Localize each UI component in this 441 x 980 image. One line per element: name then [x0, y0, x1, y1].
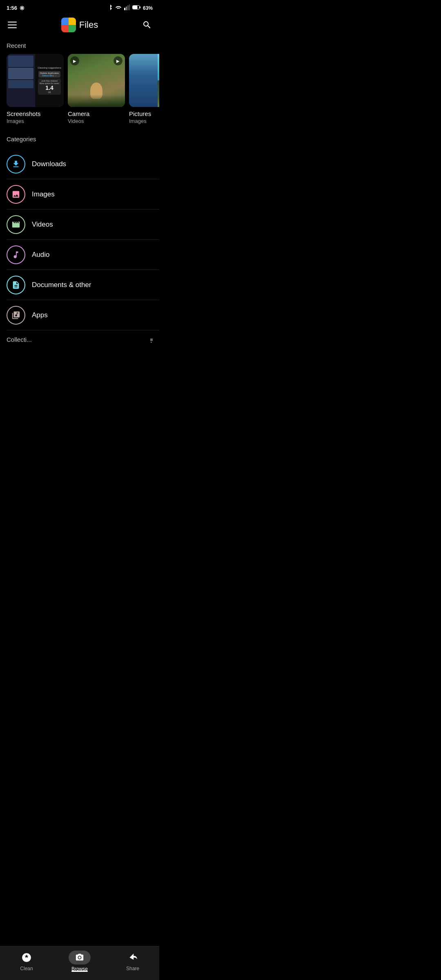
signal-icon — [124, 4, 130, 11]
svg-rect-3 — [129, 4, 130, 10]
downloads-icon — [7, 155, 25, 174]
collections-partial: Collecti... · — [0, 330, 159, 345]
category-documents-label: Documents & other — [32, 281, 91, 289]
categories-list: Downloads Images Videos Audio — [0, 149, 159, 330]
app-logo — [61, 18, 76, 32]
svg-rect-2 — [127, 5, 129, 10]
recent-camera-label: Camera — [68, 110, 125, 117]
category-videos[interactable]: Videos — [0, 209, 159, 240]
menu-button[interactable] — [7, 19, 18, 31]
recent-card-screenshots[interactable]: Cleaning suggestions Delete duplicatesSe… — [7, 54, 64, 124]
top-bar: Files — [0, 14, 159, 39]
category-downloads-label: Downloads — [32, 160, 66, 168]
screenshots-thumb: Cleaning suggestions Delete duplicatesSe… — [7, 54, 64, 107]
app-title: Files — [79, 20, 98, 30]
recent-screenshots-sublabel: Images — [7, 118, 64, 124]
categories-section-title: Categories — [0, 132, 159, 149]
category-documents[interactable]: Documents & other — [0, 270, 159, 300]
category-images[interactable]: Images — [0, 179, 159, 209]
app-title-area: Files — [61, 18, 98, 32]
recent-screenshots-label: Screenshots — [7, 110, 64, 117]
category-audio[interactable]: Audio — [0, 240, 159, 270]
recent-card-camera[interactable]: ▶ ▶ Camera Videos — [68, 54, 125, 124]
bluetooth-icon — [108, 4, 113, 12]
play-icon-2: ▶ — [114, 56, 122, 65]
play-icon-1: ▶ — [70, 56, 79, 65]
status-icons-area: 63% — [108, 4, 153, 12]
svg-rect-0 — [124, 8, 125, 10]
camera-thumb: ▶ ▶ — [68, 54, 125, 107]
apps-icon — [7, 306, 25, 325]
recent-row: Cleaning suggestions Delete duplicatesSe… — [0, 54, 159, 132]
svg-rect-1 — [126, 7, 127, 10]
recent-section-title: Recent — [0, 39, 159, 54]
search-button[interactable] — [141, 19, 153, 31]
category-videos-label: Videos — [32, 220, 53, 229]
svg-rect-5 — [140, 7, 140, 8]
category-audio-label: Audio — [32, 251, 49, 259]
category-apps-label: Apps — [32, 311, 48, 319]
images-icon — [7, 185, 25, 204]
audio-icon — [7, 245, 25, 264]
recent-card-pictures[interactable]: Pictures Images — [129, 54, 159, 124]
recent-pictures-sublabel: Images — [129, 118, 159, 124]
collections-dot: · — [150, 339, 153, 341]
documents-icon — [7, 276, 25, 294]
battery-icon — [132, 5, 140, 11]
pictures-thumb — [129, 54, 159, 107]
notification-icon: ❊ — [20, 5, 24, 11]
status-time-area: 1:56 ❊ — [7, 5, 24, 11]
status-time: 1:56 — [7, 5, 17, 11]
videos-icon — [7, 215, 25, 234]
collections-partial-label: Collecti... — [7, 336, 32, 343]
recent-pictures-label: Pictures — [129, 110, 159, 117]
status-bar: 1:56 ❊ 63 — [0, 0, 159, 14]
battery-pct: 63% — [143, 5, 153, 11]
category-downloads[interactable]: Downloads — [0, 149, 159, 179]
category-apps[interactable]: Apps — [0, 300, 159, 330]
wifi-icon — [115, 5, 122, 11]
category-images-label: Images — [32, 190, 55, 198]
svg-rect-6 — [133, 6, 137, 9]
recent-camera-sublabel: Videos — [68, 118, 125, 124]
